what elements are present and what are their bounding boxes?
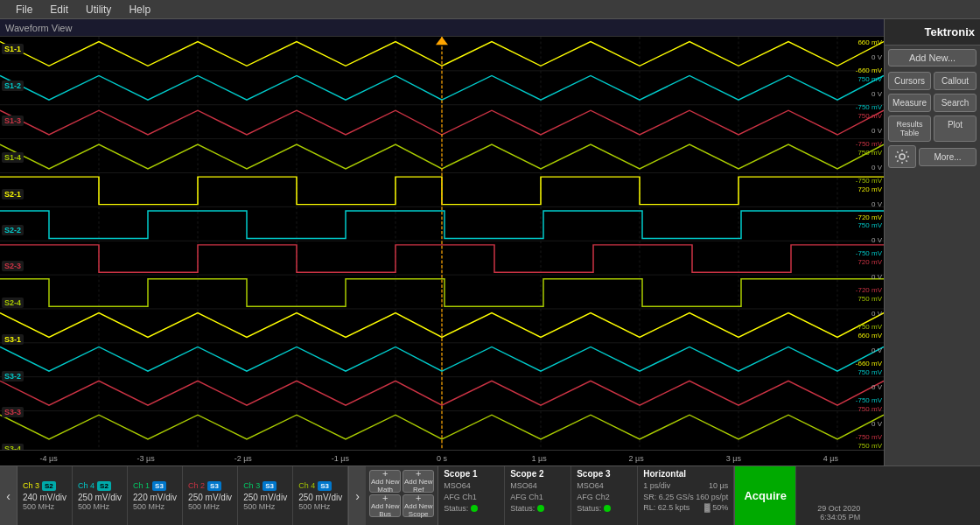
scale-s2-3-bot: -720 mV — [856, 286, 882, 294]
time-display: 6:34:05 PM — [820, 513, 860, 522]
scale-s2-1-top: 720 mV — [858, 186, 882, 193]
scale-s1-3-bot: -750 mV — [856, 140, 882, 148]
scale-s1-1-mid: 0 V — [872, 53, 882, 61]
scale-s3-4-top: 750 mV — [858, 442, 882, 450]
scale-s3-2-mid: 0 V — [872, 383, 882, 391]
icon-more-row: More... — [888, 145, 976, 168]
time-label-minus1: -1 µs — [332, 454, 349, 463]
ch3-s3-block: Ch 3 S3 250 mV/div 500 MHz — [238, 466, 293, 525]
s3-badge-1: S3 — [152, 481, 166, 491]
cursors-callout-row: Cursors Callout — [888, 72, 976, 90]
acquire-button[interactable]: Acquire — [734, 466, 795, 525]
cursors-button[interactable]: Cursors — [888, 72, 931, 90]
callout-button[interactable]: Callout — [934, 72, 976, 90]
time-label-plus1: 1 µs — [531, 454, 546, 463]
menu-help[interactable]: Help — [120, 2, 159, 18]
s3-badge-4: S3 — [318, 481, 332, 491]
scale-s2-1-bot: -720 mV — [856, 214, 882, 221]
scale-s2-2-top: 750 mV — [858, 221, 882, 229]
add-bottom-row: +Add New Bus +Add New Scope — [369, 494, 434, 517]
scale-s3-1-top: 660 mV — [858, 332, 882, 340]
ch-label-s3-2: S3-2 — [2, 371, 24, 382]
scope3-status-dot — [604, 505, 611, 512]
scale-s3-1-bot: -660 mV — [856, 360, 882, 368]
add-new-button[interactable]: Add New... — [888, 49, 976, 66]
scale-s2-2-bot: -750 mV — [856, 249, 882, 257]
add-top-row: +Add New Math +Add New Ref — [369, 470, 434, 493]
scale-s2-4-mid: 0 V — [872, 310, 882, 318]
horizontal-block: Horizontal 1 ps/div 10 µs SR: 6.25 GS/s … — [638, 466, 734, 525]
scale-s2-3-mid: 0 V — [872, 273, 882, 281]
right-panel: Tektronix Add New... Cursors Callout Mea… — [884, 19, 980, 466]
time-label-minus3: -3 µs — [137, 454, 155, 463]
nav-right-button[interactable]: › — [348, 466, 366, 525]
add-scope-button[interactable]: +Add New Scope — [402, 494, 434, 517]
ch-label-s1-1: S1-1 — [2, 44, 24, 54]
tektronix-logo: Tektronix — [885, 19, 980, 46]
add-buttons-group: +Add New Math +Add New Ref +Add New Bus … — [366, 466, 438, 525]
scale-s2-4-top: 750 mV — [858, 295, 882, 303]
menubar: File Edit Utility Help — [0, 0, 980, 19]
waveform-title: Waveform View — [0, 19, 884, 37]
scale-s1-2-bot: -750 mV — [856, 103, 882, 111]
s2-badge-2: S2 — [97, 481, 111, 491]
scale-s1-2-mid: 0 V — [872, 90, 882, 98]
menu-utility[interactable]: Utility — [77, 2, 120, 18]
time-label-plus3: 3 µs — [726, 454, 741, 463]
ch-label-s3-4: S3-4 — [2, 444, 24, 450]
waveform-svg — [0, 37, 884, 450]
scope1-block: Scope 1 MSO64 AFG Ch1 Status: — [438, 466, 505, 525]
waveform-canvas[interactable]: S1-1 S1-2 S1-3 S1-4 S2-1 S2-2 S2-3 S2-4 … — [0, 37, 884, 450]
ch-label-s1-3: S1-3 — [2, 116, 24, 126]
svg-marker-21 — [436, 37, 448, 45]
time-axis: -4 µs -3 µs -2 µs -1 µs 0 s 1 µs 2 µs 3 … — [0, 450, 884, 466]
main-layout: Waveform View — [0, 19, 980, 466]
scope1-status-dot — [471, 505, 478, 512]
results-table-button[interactable]: Results Table — [888, 116, 931, 142]
scale-s2-2-mid: 0 V — [872, 236, 882, 244]
gear-icon — [894, 149, 910, 164]
results-plot-row: Results Table Plot — [888, 116, 976, 142]
ch-label-s3-1: S3-1 — [2, 334, 24, 345]
ch2-s3-block: Ch 2 S3 250 mV/div 500 MHz — [183, 466, 238, 525]
s3-badge-2: S3 — [207, 481, 221, 491]
scale-s3-3-bot: -750 mV — [856, 433, 882, 441]
menu-file[interactable]: File — [7, 2, 41, 18]
menu-edit[interactable]: Edit — [41, 2, 77, 18]
scale-s3-2-top: 750 mV — [858, 368, 882, 376]
scope2-block: Scope 2 MSO64 AFG Ch1 Status: — [505, 466, 571, 525]
add-math-button[interactable]: +Add New Math — [369, 470, 401, 493]
nav-left-button[interactable]: ‹ — [0, 466, 18, 525]
date-display: 29 Oct 2020 — [817, 504, 860, 513]
ch-label-s3-3: S3-3 — [2, 407, 24, 417]
ch3-s2-block: Ch 3 S2 240 mV/div 500 MHz — [18, 466, 73, 525]
measure-button[interactable]: Measure — [888, 94, 931, 112]
plot-button[interactable]: Plot — [934, 116, 976, 142]
scale-s3-1-mid: 0 V — [872, 346, 882, 354]
scale-s2-1-mid: 0 V — [872, 200, 882, 208]
ch4-s2-block: Ch 4 S2 250 mV/div 500 MHz — [73, 466, 128, 525]
add-bus-button[interactable]: +Add New Bus — [369, 494, 401, 517]
waveform-area: Waveform View — [0, 19, 884, 466]
scale-s2-3-top: 720 mV — [858, 258, 882, 266]
ch-label-s1-2: S1-2 — [2, 80, 24, 91]
time-label-minus4: -4 µs — [39, 454, 57, 463]
scale-s1-2-top: 750 mV — [858, 75, 882, 83]
settings-icon-button[interactable] — [888, 145, 916, 168]
time-label-plus4: 4 µs — [823, 454, 838, 463]
scale-s1-1-top: 660 mV — [858, 38, 882, 46]
s3-badge-3: S3 — [262, 481, 276, 491]
ch-label-s2-2: S2-2 — [2, 225, 24, 235]
scale-s1-1-bot: -660 mV — [856, 66, 882, 74]
search-button[interactable]: Search — [934, 94, 976, 112]
add-ref-button[interactable]: +Add New Ref — [402, 470, 434, 493]
ch-label-s2-1: S2-1 — [2, 189, 24, 200]
ch4-s3-block: Ch 4 S3 250 mV/div 500 MHz — [293, 466, 348, 525]
scope2-status-dot — [537, 505, 544, 512]
ch1-s3-block: Ch 1 S3 220 mV/div 500 MHz — [128, 466, 183, 525]
datetime-block: 29 Oct 2020 6:34:05 PM — [795, 466, 865, 525]
scale-s1-4-bot: -750 mV — [856, 177, 882, 185]
time-label-minus2: -2 µs — [234, 454, 252, 463]
more-button[interactable]: More... — [919, 148, 976, 166]
scope3-block: Scope 3 MSO64 AFG Ch2 Status: — [571, 466, 638, 525]
